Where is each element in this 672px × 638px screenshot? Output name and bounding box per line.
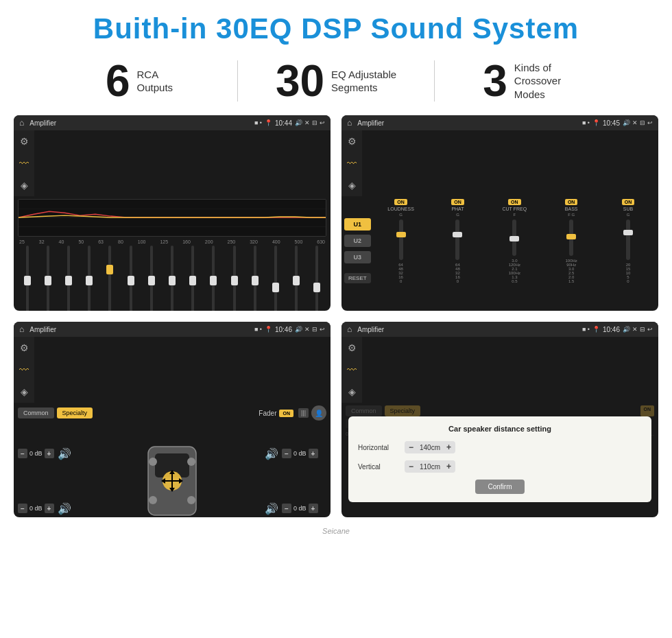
stat-eq-number: 30	[276, 59, 324, 103]
close-icon-1[interactable]: ✕	[304, 119, 310, 126]
main-title: Buith-in 30EQ DSP Sound System	[14, 12, 658, 45]
back-icon-3[interactable]: ↩	[320, 326, 325, 333]
fader-sidebar-speaker[interactable]: ◈	[21, 386, 28, 397]
cross-u1-btn[interactable]: U1	[344, 218, 371, 231]
eq-freq-labels: 25324050 6380100125 160200250320 4005006…	[18, 239, 326, 244]
speaker-fr-minus[interactable]: −	[282, 449, 291, 458]
vertical-minus[interactable]: −	[409, 462, 413, 471]
fader-sidebar-eq[interactable]: 〰	[19, 364, 29, 375]
cutfreq-toggle[interactable]: ON	[508, 199, 521, 205]
location-icon-3: 📍	[265, 326, 272, 333]
cross-channel-loudness: ON LOUDNESS G 64 48 32 16 0	[374, 199, 429, 283]
home-icon-2[interactable]: ⌂	[347, 118, 352, 128]
phat-toggle[interactable]: ON	[451, 199, 464, 205]
fader-header-row: Common Specialty Fader ON ||| 👤	[18, 405, 326, 421]
stat-rca-number: 6	[106, 59, 130, 103]
car-diagram-container	[85, 426, 259, 517]
speaker-fl-icon: 🔊	[58, 447, 71, 460]
speaker-ctrl-rr: 🔊 − 0 dB +	[265, 502, 326, 515]
speaker-fl-plus[interactable]: +	[45, 449, 54, 458]
cross-main-panel: U1 U2 U3 RESET ON LOUDNESS G 64	[341, 196, 658, 286]
fader-on-toggle[interactable]: ON	[279, 410, 293, 417]
cross-sidebar-speaker[interactable]: ◈	[348, 180, 356, 191]
screens-grid: ⌂ Amplifier ■ • 📍 10:44 🔊 ✕ ⊟ ↩ ⚙ 〰 ◈	[0, 115, 672, 524]
home-icon-1[interactable]: ⌂	[19, 118, 24, 128]
cross-u2-btn[interactable]: U2	[344, 235, 371, 247]
fader-tab-common[interactable]: Common	[18, 407, 54, 418]
sub-slider[interactable]	[626, 220, 630, 260]
back-icon-4[interactable]: ↩	[647, 326, 653, 333]
status-icons-1: 🔊 ✕ ⊟ ↩	[295, 119, 325, 126]
phat-slider[interactable]	[455, 220, 459, 260]
eq-sidebar-settings[interactable]: ⚙	[20, 136, 29, 147]
horizontal-label: Horizontal	[358, 444, 399, 451]
status-bar-2: ⌂ Amplifier ■ • 📍 10:45 🔊 ✕ ⊟ ↩	[341, 115, 658, 130]
stat-crossover-label: Kinds ofCrossover Modes	[514, 61, 583, 102]
speaker-rl-plus[interactable]: +	[45, 504, 54, 513]
horizontal-minus[interactable]: −	[409, 442, 413, 452]
dist-sidebar: ⚙ 〰 ◈	[341, 337, 362, 403]
window-icon-2[interactable]: ⊟	[640, 119, 645, 126]
cross-channel-phat: ON PHAT G 64 48 32 16 0	[431, 199, 485, 283]
vol-icon-4: 🔊	[623, 326, 630, 333]
sub-toggle[interactable]: ON	[622, 199, 635, 205]
confirm-button[interactable]: Confirm	[475, 480, 524, 494]
dist-sidebar-settings[interactable]: ⚙	[348, 342, 357, 353]
status-bar-4: ⌂ Amplifier ■ • 📍 10:46 🔊 ✕ ⊟ ↩	[341, 322, 658, 337]
cutfreq-slider[interactable]	[512, 220, 516, 256]
eq-sidebar: ⚙ 〰 ◈	[14, 130, 34, 196]
home-icon-4[interactable]: ⌂	[347, 324, 352, 334]
speaker-fr-plus[interactable]: +	[309, 449, 318, 458]
close-icon-4[interactable]: ✕	[632, 326, 638, 333]
speaker-rl-minus[interactable]: −	[18, 504, 27, 513]
cross-sidebar-settings[interactable]: ⚙	[348, 136, 357, 147]
bass-slider[interactable]	[569, 220, 573, 256]
svg-point-6	[149, 458, 157, 466]
speaker-fl-minus[interactable]: −	[18, 449, 27, 458]
fader-bars: |||	[298, 408, 309, 418]
eq-slider-12: -1	[266, 246, 285, 311]
speaker-layout: − 0 dB + 🔊 − 0 dB + 🔊	[18, 426, 326, 517]
close-icon-3[interactable]: ✕	[304, 326, 310, 333]
window-icon-3[interactable]: ⊟	[312, 326, 317, 333]
status-icons-4: 🔊 ✕ ⊟ ↩	[623, 326, 653, 333]
back-icon-1[interactable]: ↩	[320, 119, 325, 126]
back-icon-2[interactable]: ↩	[647, 119, 653, 126]
speaker-rr-plus[interactable]: +	[309, 504, 318, 513]
status-bar-1: ⌂ Amplifier ■ • 📍 10:44 🔊 ✕ ⊟ ↩	[14, 115, 331, 130]
cross-u3-btn[interactable]: U3	[344, 251, 371, 263]
loudness-label: LOUDNESS	[387, 206, 414, 211]
cross-controls-panel: ON LOUDNESS G 64 48 32 16 0 ON	[374, 199, 656, 283]
vertical-plus[interactable]: +	[446, 462, 451, 471]
close-icon-2[interactable]: ✕	[632, 119, 638, 126]
horizontal-plus[interactable]: +	[446, 442, 451, 452]
dist-sidebar-eq[interactable]: 〰	[347, 364, 357, 375]
eq-sidebar-eq[interactable]: 〰	[19, 158, 29, 169]
speaker-rr-minus[interactable]: −	[282, 504, 291, 513]
cross-channel-sub: ON SUB G 20 15 10 5 0	[601, 199, 656, 283]
screen1-icons: ■ •	[254, 119, 262, 126]
bass-toggle[interactable]: ON	[565, 199, 578, 205]
screen-crossover: ⌂ Amplifier ■ • 📍 10:45 🔊 ✕ ⊟ ↩ ⚙ 〰 ◈ U1…	[341, 115, 658, 311]
screen-fader: ⌂ Amplifier ■ • 📍 10:46 🔊 ✕ ⊟ ↩ ⚙ 〰 ◈ Co…	[14, 322, 331, 517]
location-icon-2: 📍	[592, 119, 600, 126]
loudness-slider[interactable]	[399, 220, 403, 260]
fader-profile-btn[interactable]: 👤	[311, 405, 326, 421]
eq-slider-9: 0	[204, 246, 223, 311]
horizontal-ctrl: − 140cm +	[405, 441, 455, 453]
vol-icon-2: 🔊	[623, 119, 630, 126]
cross-sidebar-eq[interactable]: 〰	[347, 158, 357, 169]
eq-screen-content: ⚙ 〰 ◈	[14, 130, 331, 311]
loudness-toggle[interactable]: ON	[394, 199, 407, 205]
eq-sidebar-speaker[interactable]: ◈	[21, 180, 28, 191]
vertical-row: Vertical − 110cm +	[358, 460, 642, 473]
vol-icon-1: 🔊	[295, 119, 302, 126]
cross-reset-btn[interactable]: RESET	[344, 273, 371, 283]
screen4-time: 10:46	[603, 326, 620, 333]
window-icon-1[interactable]: ⊟	[312, 119, 317, 126]
home-icon-3[interactable]: ⌂	[19, 324, 24, 334]
fader-sidebar-settings[interactable]: ⚙	[20, 342, 29, 353]
fader-tab-specialty[interactable]: Specialty	[57, 407, 93, 418]
window-icon-4[interactable]: ⊟	[640, 326, 645, 333]
dist-sidebar-speaker[interactable]: ◈	[348, 386, 356, 397]
